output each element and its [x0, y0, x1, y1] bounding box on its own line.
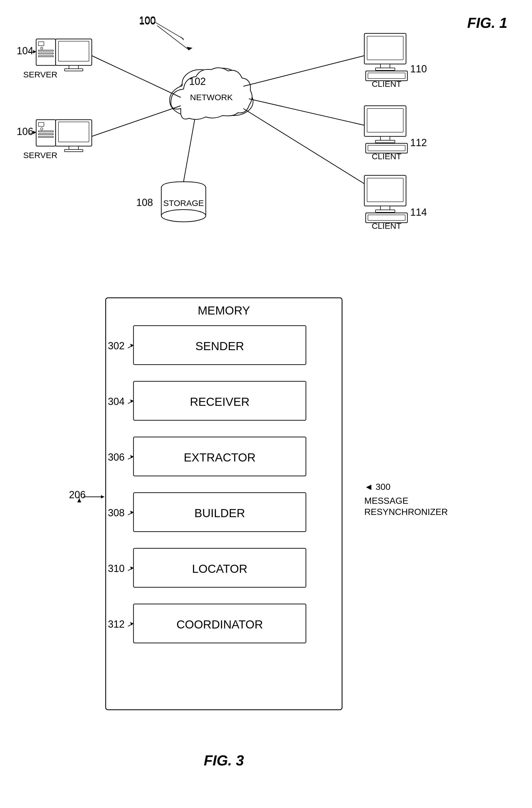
client1-text: CLIENT: [372, 79, 402, 89]
label-304: 304: [108, 396, 125, 407]
receiver-label: RECEIVER: [190, 395, 250, 408]
label-310: 310: [108, 563, 125, 574]
label-110: 110: [410, 63, 427, 75]
svg-line-55: [92, 56, 181, 97]
svg-rect-2: [36, 39, 56, 66]
svg-rect-37: [364, 33, 406, 64]
svg-marker-63: [180, 36, 184, 40]
label-104: 104: [17, 45, 33, 56]
locator-label: LOCATOR: [192, 562, 247, 575]
label-108: 108: [136, 197, 153, 208]
fig1-title: FIG. 1: [467, 15, 507, 31]
svg-line-60: [243, 109, 364, 184]
server1-text: SERVER: [23, 70, 58, 79]
svg-rect-10: [69, 66, 78, 69]
svg-rect-11: [64, 69, 83, 71]
svg-rect-40: [376, 68, 395, 70]
svg-marker-13: [33, 50, 36, 53]
svg-line-59: [249, 99, 364, 125]
svg-point-36: [161, 209, 206, 222]
svg-rect-46: [376, 140, 395, 143]
svg-text:100: 100: [139, 15, 156, 26]
label-206: 206: [69, 489, 86, 500]
label-312: 312: [108, 619, 125, 630]
resynchronizer-label: RESYNCHRONIZER: [364, 507, 448, 517]
client2-text: CLIENT: [372, 152, 402, 161]
label-302: 302: [108, 340, 125, 351]
network-text: NETWORK: [190, 93, 232, 102]
page: FIG. 1 100 104 SERVER: [0, 0, 532, 808]
builder-label: BUILDER: [194, 507, 245, 520]
svg-rect-14: [36, 120, 56, 146]
svg-rect-43: [364, 106, 406, 136]
svg-marker-84: [101, 495, 104, 498]
svg-rect-51: [380, 206, 390, 210]
extractor-label: EXTRACTOR: [184, 451, 255, 464]
coordinator-label: COORDINATOR: [176, 618, 263, 631]
server2-text: SERVER: [23, 151, 58, 160]
label-114: 114: [410, 206, 427, 218]
fig3-area: MEMORY SENDER 302 RECEIVER 304 EXTRACTOR…: [0, 287, 532, 802]
svg-rect-49: [364, 176, 406, 206]
svg-rect-39: [380, 64, 390, 68]
label-102: 102: [189, 76, 206, 87]
storage-text: STORAGE: [163, 199, 204, 208]
svg-line-58: [243, 56, 364, 86]
fig1-area: FIG. 1 100 104 SERVER: [0, 5, 532, 270]
message-label: MESSAGE: [364, 496, 408, 506]
svg-line-56: [92, 106, 181, 136]
label-112: 112: [410, 137, 427, 148]
label-106: 106: [17, 126, 33, 137]
fig3-title: FIG. 3: [204, 752, 244, 769]
svg-rect-23: [64, 149, 83, 152]
sender-label: SENDER: [195, 339, 244, 353]
label-308: 308: [108, 507, 125, 518]
fig3-svg: MEMORY SENDER 302 RECEIVER 304 EXTRACTOR…: [0, 287, 532, 793]
svg-rect-22: [69, 146, 78, 149]
svg-line-0: [157, 25, 189, 50]
svg-rect-45: [380, 136, 390, 140]
svg-line-62: [155, 22, 184, 39]
fig1-svg: FIG. 1 100 104 SERVER: [0, 5, 532, 276]
svg-marker-25: [33, 131, 36, 134]
memory-label: MEMORY: [198, 304, 250, 317]
svg-line-57: [184, 120, 195, 182]
svg-rect-52: [376, 210, 395, 213]
label-300: ◄ 300: [364, 482, 391, 492]
client3-text: CLIENT: [372, 221, 402, 231]
label-306: 306: [108, 452, 125, 463]
